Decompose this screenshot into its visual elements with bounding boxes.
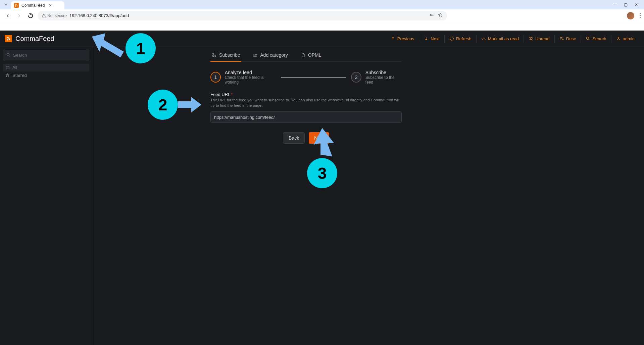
not-secure-label: Not secure — [47, 13, 67, 18]
content-tabs: Subscribe Add category OPML — [210, 47, 402, 62]
previous-button[interactable]: Previous — [386, 35, 419, 43]
step-1-sub: Check that the feed is working — [225, 75, 276, 85]
step-2-title: Subscribe — [365, 70, 402, 75]
app-brand[interactable]: CommaFeed — [5, 35, 54, 43]
next-button[interactable]: Next — [309, 132, 329, 144]
step-connector — [281, 77, 346, 78]
next-button[interactable]: Next — [419, 35, 444, 43]
svg-point-1 — [587, 37, 589, 39]
sidebar-search-input[interactable] — [3, 50, 89, 60]
star-icon — [5, 73, 10, 78]
back-button[interactable]: Back — [283, 132, 305, 144]
feed-url-help: The URL for the feed you want to subscri… — [210, 98, 402, 108]
browser-tab[interactable]: CommaFeed ✕ — [11, 1, 64, 9]
tab-list-chevron[interactable] — [1, 2, 11, 7]
svg-point-5 — [212, 56, 213, 57]
refresh-label: Refresh — [456, 36, 472, 41]
address-url: 192.168.0.240:8073/#/app/add — [69, 13, 129, 18]
step-1-title: Analyze feed — [225, 70, 276, 75]
rss-logo-icon — [5, 35, 12, 42]
previous-label: Previous — [397, 36, 414, 41]
svg-point-2 — [618, 37, 619, 39]
sidebar-all-label: All — [12, 65, 17, 70]
nav-reload-button[interactable] — [26, 11, 35, 20]
step-2-number: 2 — [351, 72, 361, 83]
feed-url-label: Feed URL* — [210, 92, 402, 97]
feed-url-input[interactable] — [210, 111, 402, 123]
add-button[interactable] — [92, 36, 97, 41]
address-bar[interactable]: Not secure 192.168.0.240:8073/#/app/add — [38, 11, 447, 20]
next-label: Next — [431, 36, 440, 41]
sidebar-starred-label: Starred — [12, 73, 27, 78]
app-name: CommaFeed — [15, 35, 54, 43]
subscribe-stepper: 1 Analyze feed Check that the feed is wo… — [210, 70, 402, 85]
tab-opml[interactable]: OPML — [299, 48, 323, 61]
not-secure-badge: Not secure — [42, 13, 67, 18]
step-1-number: 1 — [210, 72, 221, 83]
inbox-icon — [5, 65, 10, 70]
sidebar-item-starred[interactable]: Starred — [3, 71, 89, 79]
browser-tab-title: CommaFeed — [21, 3, 45, 8]
tab-add-category-label: Add category — [260, 52, 288, 58]
step-2-sub: Subscribe to the feed — [365, 75, 402, 85]
search-icon — [6, 53, 11, 57]
header-search-button[interactable]: Search — [581, 35, 611, 43]
file-icon — [301, 53, 305, 57]
unread-label: Unread — [535, 36, 550, 41]
tab-subscribe[interactable]: Subscribe — [210, 48, 241, 61]
profile-avatar-icon[interactable] — [627, 12, 634, 19]
nav-back-button[interactable] — [3, 11, 12, 20]
svg-rect-4 — [6, 66, 9, 69]
mark-all-read-button[interactable]: Mark all as read — [476, 35, 524, 43]
window-maximize-icon[interactable]: ▢ — [623, 2, 628, 7]
required-mark: * — [231, 92, 233, 97]
close-tab-icon[interactable]: ✕ — [49, 3, 52, 8]
step-subscribe: 2 Subscribe Subscribe to the feed — [351, 70, 402, 85]
window-minimize-icon[interactable]: — — [612, 2, 617, 7]
rss-icon — [212, 53, 216, 57]
folder-plus-icon — [253, 53, 257, 57]
svg-point-3 — [7, 53, 9, 56]
tab-subscribe-label: Subscribe — [219, 52, 240, 58]
step-analyze: 1 Analyze feed Check that the feed is wo… — [210, 70, 276, 85]
rss-favicon-icon — [14, 3, 19, 8]
browser-tab-strip: CommaFeed ✕ — ▢ ✕ — [0, 0, 644, 9]
refresh-button[interactable]: Refresh — [444, 35, 476, 43]
app-header: CommaFeed Previous Next Refresh Mark all… — [0, 31, 644, 47]
window-close-icon[interactable]: ✕ — [634, 2, 639, 7]
sidebar-item-all[interactable]: All — [3, 64, 89, 71]
mark-all-read-label: Mark all as read — [488, 36, 519, 41]
subscribe-form: Feed URL* The URL for the feed you want … — [210, 92, 402, 144]
tab-add-category[interactable]: Add category — [251, 48, 289, 61]
sidebar: All Starred — [0, 47, 92, 345]
browser-menu-icon[interactable] — [640, 13, 641, 18]
user-menu-button[interactable]: admin — [611, 35, 639, 43]
sort-desc-button[interactable]: Desc — [554, 35, 581, 43]
desc-label: Desc — [566, 36, 576, 41]
unread-button[interactable]: Unread — [524, 35, 554, 43]
bookmark-star-icon[interactable] — [438, 12, 443, 19]
svg-point-0 — [430, 14, 431, 16]
password-key-icon[interactable] — [429, 12, 434, 19]
user-label: admin — [623, 36, 635, 41]
header-search-label: Search — [592, 36, 606, 41]
browser-toolbar: Not secure 192.168.0.240:8073/#/app/add — [0, 9, 644, 22]
nav-forward-button[interactable] — [15, 11, 23, 20]
tab-opml-label: OPML — [308, 52, 321, 58]
